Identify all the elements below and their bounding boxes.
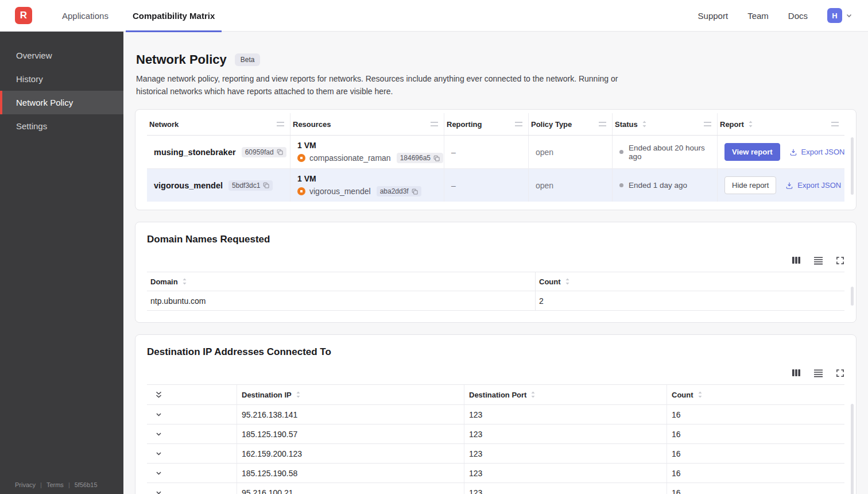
column-resize-handle-icon[interactable] xyxy=(704,122,711,126)
row-expander-chevron-down-icon[interactable] xyxy=(155,489,162,494)
column-resize-handle-icon[interactable] xyxy=(831,122,839,126)
copy-icon[interactable] xyxy=(263,182,269,188)
docs-link[interactable]: Docs xyxy=(788,11,808,21)
column-resize-handle-icon[interactable] xyxy=(277,122,284,126)
sort-icon[interactable] xyxy=(530,391,536,398)
download-icon xyxy=(785,182,793,190)
expand-all-icon[interactable] xyxy=(155,391,162,399)
column-header-report[interactable]: Report xyxy=(718,113,844,135)
resources-cell: 1 VM vigorous_mendel aba2dd3f xyxy=(290,169,444,202)
vm-icon xyxy=(297,154,305,162)
sidebar-item-network-policy[interactable]: Network Policy xyxy=(0,91,123,114)
expand-all-header xyxy=(147,385,237,404)
copy-icon[interactable] xyxy=(412,188,418,195)
row-expander-chevron-down-icon[interactable] xyxy=(155,411,162,418)
scrollbar[interactable] xyxy=(851,404,854,494)
row-density-icon[interactable] xyxy=(813,369,823,377)
tab-compatibility-matrix[interactable]: Compatibility Matrix xyxy=(126,0,222,32)
column-header-domain[interactable]: Domain xyxy=(147,272,536,291)
network-name-cell: musing_stonebraker 60959fad xyxy=(147,136,290,168)
sort-icon[interactable] xyxy=(296,391,301,398)
column-header-count[interactable]: Count xyxy=(536,272,844,291)
column-header-count[interactable]: Count xyxy=(667,385,844,404)
support-link[interactable]: Support xyxy=(698,11,728,21)
resource-id-badge: aba2dd3f xyxy=(377,186,421,196)
destination-ip-cell: 162.159.200.123 xyxy=(237,444,464,463)
column-header-resources[interactable]: Resources xyxy=(290,113,444,135)
avatar: H xyxy=(827,8,842,23)
fullscreen-icon[interactable] xyxy=(836,256,844,265)
sidebar-nav: Overview History Network Policy Settings xyxy=(0,32,123,138)
row-expander-chevron-down-icon[interactable] xyxy=(155,430,162,438)
table-toolbar xyxy=(147,256,844,265)
destination-port-cell: 123 xyxy=(464,444,667,463)
privacy-link[interactable]: Privacy xyxy=(15,481,36,488)
sort-icon[interactable] xyxy=(642,121,647,128)
terms-link[interactable]: Terms xyxy=(46,481,64,488)
column-header-destination-ip[interactable]: Destination IP xyxy=(237,385,464,404)
sort-icon[interactable] xyxy=(698,391,703,398)
sort-icon[interactable] xyxy=(748,121,753,128)
tab-applications[interactable]: Applications xyxy=(55,0,115,32)
resource-count: 1 VM xyxy=(297,141,316,150)
table-toolbar xyxy=(147,368,844,377)
scrollbar[interactable] xyxy=(851,137,854,195)
domains-card-title: Domain Names Requested xyxy=(147,234,844,245)
network-row: musing_stonebraker 60959fad 1 VM compass… xyxy=(147,136,844,169)
column-header-status[interactable]: Status xyxy=(613,113,718,135)
destination-port-cell: 123 xyxy=(464,424,667,443)
column-resize-handle-icon[interactable] xyxy=(431,122,438,126)
count-cell: 16 xyxy=(667,424,844,443)
fullscreen-icon[interactable] xyxy=(836,369,844,377)
top-bar: R Applications Compatibility Matrix Supp… xyxy=(0,0,868,32)
resource-name: vigorous_mendel xyxy=(309,187,371,196)
count-cell: 2 xyxy=(536,291,844,310)
copy-icon[interactable] xyxy=(433,155,440,161)
sort-icon[interactable] xyxy=(182,278,187,285)
destinations-card: Destination IP Addresses Connected To xyxy=(135,334,857,494)
reporting-cell: – xyxy=(444,136,529,168)
sidebar: Overview History Network Policy Settings… xyxy=(0,32,123,494)
row-density-icon[interactable] xyxy=(813,256,823,265)
sidebar-item-settings[interactable]: Settings xyxy=(0,114,123,138)
row-expander-chevron-down-icon[interactable] xyxy=(155,450,162,457)
column-resize-handle-icon[interactable] xyxy=(515,122,522,126)
scrollbar[interactable] xyxy=(851,287,854,306)
domain-cell: ntp.ubuntu.com xyxy=(147,291,536,310)
copy-icon[interactable] xyxy=(277,149,283,155)
top-right-nav: Support Team Docs H xyxy=(698,8,853,23)
destination-ip-cell: 95.216.138.141 xyxy=(237,405,464,424)
hide-report-button[interactable]: Hide report xyxy=(724,176,776,194)
row-expander-chevron-down-icon[interactable] xyxy=(155,469,162,477)
column-visibility-icon[interactable] xyxy=(792,256,801,265)
sort-icon[interactable] xyxy=(565,278,570,285)
column-header-destination-port[interactable]: Destination Port xyxy=(464,385,667,404)
network-name: vigorous_mendel xyxy=(154,181,223,190)
view-report-button[interactable]: View report xyxy=(724,143,780,161)
sidebar-item-history[interactable]: History xyxy=(0,67,123,91)
top-nav: Applications Compatibility Matrix xyxy=(55,0,232,32)
export-json-link[interactable]: Export JSON xyxy=(789,148,845,156)
network-id-badge: 5bdf3dc1 xyxy=(228,180,273,191)
sidebar-footer: Privacy | Terms | 5f56b15 xyxy=(0,481,123,494)
column-header-policy-type[interactable]: Policy Type xyxy=(529,113,613,135)
column-header-reporting[interactable]: Reporting xyxy=(444,113,529,135)
main-content: Network Policy Beta Manage network polic… xyxy=(123,32,868,494)
column-header-network[interactable]: Network xyxy=(147,113,290,135)
export-json-link[interactable]: Export JSON xyxy=(785,181,841,190)
domains-table-header: Domain Count xyxy=(147,272,844,291)
column-resize-handle-icon[interactable] xyxy=(599,122,606,126)
page-title: Network Policy xyxy=(136,52,227,67)
destination-port-cell: 123 xyxy=(464,405,667,424)
networks-table-header: Network Resources Reporting Policy Type … xyxy=(147,113,844,136)
page-description: Manage network policy, reporting and vie… xyxy=(135,73,636,98)
status-cell: Ended 1 day ago xyxy=(613,169,718,202)
destination-row: 95.216.138.141 123 16 xyxy=(147,405,844,424)
count-cell: 16 xyxy=(667,483,844,494)
column-visibility-icon[interactable] xyxy=(792,368,801,377)
user-menu[interactable]: H xyxy=(827,8,853,23)
app-logo[interactable]: R xyxy=(15,7,32,24)
team-link[interactable]: Team xyxy=(747,11,769,21)
sidebar-item-overview[interactable]: Overview xyxy=(0,44,123,67)
page-header: Network Policy Beta xyxy=(135,52,857,67)
